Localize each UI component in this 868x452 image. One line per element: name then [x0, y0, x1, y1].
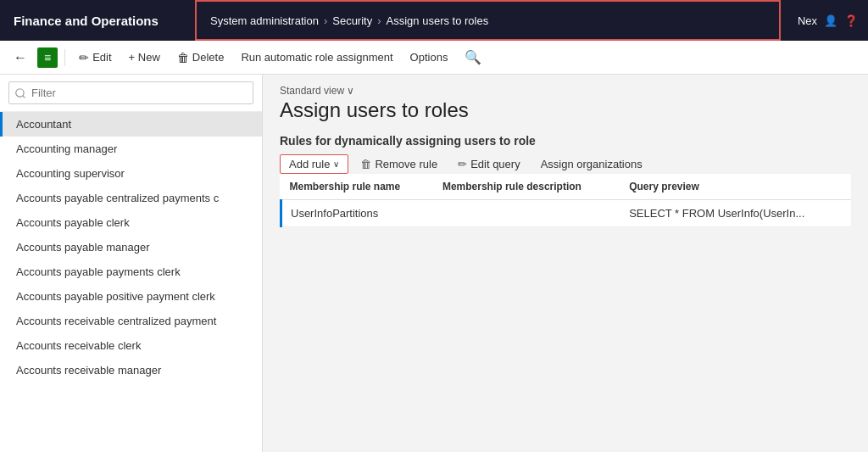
- add-rule-chevron: ∨: [333, 159, 339, 169]
- col-rule-name: Membership rule name: [281, 174, 434, 200]
- rules-toolbar: Add rule ∨ 🗑 Remove rule ✏ Edit query As…: [280, 154, 851, 174]
- table-header-row: Membership rule name Membership rule des…: [281, 174, 852, 200]
- sidebar-item[interactable]: Accounts receivable centralized payment: [0, 309, 262, 333]
- section-title: Rules for dynamically assigning users to…: [280, 134, 851, 148]
- remove-rule-label: Remove rule: [375, 158, 437, 170]
- breadcrumb-part3[interactable]: Assign users to roles: [387, 14, 489, 27]
- content-area: Standard view ∨ Assign users to roles Ru…: [263, 75, 868, 452]
- edit-icon: ✏: [79, 51, 89, 64]
- search-button[interactable]: 🔍: [458, 46, 488, 69]
- sidebar-item[interactable]: Accounts payable manager: [0, 235, 262, 259]
- add-rule-label: Add rule: [289, 158, 330, 170]
- assign-orgs-label: Assign organizations: [541, 158, 643, 170]
- main-toolbar: ← ≡ ✏ Edit + New 🗑 Delete Run automatic …: [0, 41, 868, 75]
- edit-label: Edit: [92, 51, 111, 64]
- sidebar-item[interactable]: Accounts receivable clerk: [0, 333, 262, 358]
- breadcrumb: System administration › Security › Assig…: [195, 0, 781, 41]
- sidebar-item[interactable]: Accounts receivable manager: [0, 358, 262, 382]
- options-button[interactable]: Options: [403, 47, 455, 67]
- cell-query-preview: SELECT * FROM UserInfo(UserIn...: [620, 200, 851, 227]
- edit-button[interactable]: ✏ Edit: [72, 47, 118, 68]
- new-button[interactable]: + New: [122, 47, 167, 67]
- table-body: UserInfoPartitionsSELECT * FROM UserInfo…: [281, 200, 852, 227]
- page-title: Assign users to roles: [280, 98, 851, 122]
- add-rule-button[interactable]: Add rule ∨: [280, 154, 348, 174]
- sidebar-filter-container: [0, 75, 262, 112]
- view-chevron[interactable]: ∨: [347, 85, 354, 97]
- new-label: + New: [129, 51, 160, 64]
- view-label[interactable]: Standard view: [280, 85, 344, 97]
- search-icon: 🔍: [465, 50, 481, 64]
- table-header: Membership rule name Membership rule des…: [281, 174, 852, 200]
- edit-query-label: Edit query: [470, 158, 520, 170]
- cell-rule-desc: [434, 200, 620, 227]
- nex-label[interactable]: Nex: [798, 14, 817, 27]
- sidebar-item[interactable]: Accounting supervisor: [0, 161, 262, 186]
- breadcrumb-sep2: ›: [377, 14, 381, 27]
- sidebar-item[interactable]: Accounts payable centralized payments c: [0, 186, 262, 210]
- edit-query-button[interactable]: ✏ Edit query: [449, 154, 529, 174]
- nav-right: Nex 👤 ❓: [781, 0, 868, 41]
- edit-query-icon: ✏: [458, 158, 467, 170]
- remove-rule-icon: 🗑: [360, 158, 371, 170]
- top-nav: Finance and Operations System administra…: [0, 0, 868, 41]
- sidebar-item[interactable]: Accounts payable positive payment clerk: [0, 284, 262, 309]
- user-icon[interactable]: 👤: [824, 14, 837, 27]
- delete-icon: 🗑: [177, 51, 189, 64]
- sidebar-item[interactable]: Accounts payable clerk: [0, 210, 262, 235]
- sidebar-item[interactable]: Accounts payable payments clerk: [0, 259, 262, 284]
- breadcrumb-part2[interactable]: Security: [332, 14, 372, 27]
- sidebar: AccountantAccounting managerAccounting s…: [0, 75, 263, 452]
- cell-rule-name: UserInfoPartitions: [281, 200, 434, 227]
- view-label-container: Standard view ∨: [280, 85, 851, 97]
- help-icon[interactable]: ❓: [844, 14, 858, 27]
- rules-table: Membership rule name Membership rule des…: [280, 174, 851, 227]
- breadcrumb-part1[interactable]: System administration: [210, 14, 319, 27]
- delete-label: Delete: [192, 51, 225, 64]
- brand-logo[interactable]: Finance and Operations: [0, 0, 195, 41]
- sidebar-item[interactable]: Accounting manager: [0, 137, 262, 161]
- remove-rule-button[interactable]: 🗑 Remove rule: [352, 154, 446, 174]
- main-layout: AccountantAccounting managerAccounting s…: [0, 75, 868, 452]
- sidebar-item[interactable]: Accountant: [0, 112, 262, 137]
- filter-input[interactable]: [8, 81, 253, 104]
- run-auto-label: Run automatic role assignment: [241, 51, 392, 64]
- menu-button[interactable]: ≡: [37, 47, 58, 68]
- options-label: Options: [410, 51, 448, 64]
- col-rule-desc: Membership rule description: [434, 174, 620, 200]
- assign-orgs-button[interactable]: Assign organizations: [532, 154, 651, 174]
- brand-text: Finance and Operations: [14, 14, 159, 28]
- toolbar-separator: [64, 49, 65, 66]
- breadcrumb-sep1: ›: [324, 14, 327, 27]
- sidebar-list: AccountantAccounting managerAccounting s…: [0, 112, 262, 452]
- back-button[interactable]: ←: [7, 47, 34, 69]
- col-query-preview: Query preview: [620, 174, 851, 200]
- table-row[interactable]: UserInfoPartitionsSELECT * FROM UserInfo…: [281, 200, 852, 227]
- run-auto-button[interactable]: Run automatic role assignment: [234, 47, 399, 67]
- delete-button[interactable]: 🗑 Delete: [170, 47, 231, 68]
